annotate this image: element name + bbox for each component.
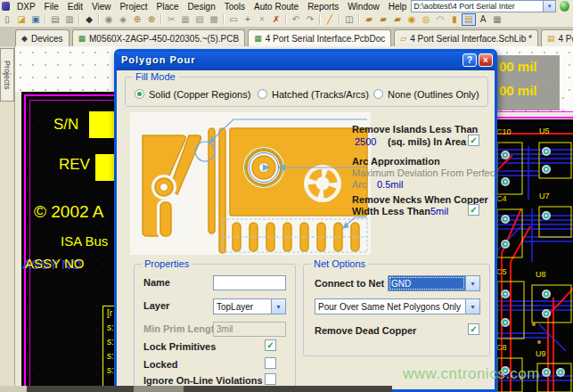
polygon-pour-icon[interactable]: ▤ (462, 13, 476, 26)
dxp-logo-icon (2, 2, 10, 11)
pad-icon[interactable]: ◉ (405, 13, 419, 26)
menu-item-help[interactable]: Help (384, 2, 412, 12)
arc-icon[interactable]: ◠ (433, 13, 447, 26)
menu-item-reports[interactable]: Reports (303, 2, 343, 12)
move-icon[interactable]: + (241, 13, 255, 26)
ref-designator: C5 (496, 267, 507, 276)
menu-item-file[interactable]: File (40, 2, 63, 12)
properties-group: Properties Name Layer TopLayer ▾ Min Pri… (134, 264, 296, 392)
tab-4-port-uart-and-line-drivers[interactable]: ▤4 Port UART and Line Drivers. (541, 29, 573, 46)
print-preview-icon[interactable]: ▥ (62, 13, 77, 26)
pcb-editor-right[interactable]: C10 U5 C4 U7 C5 U8 C8 U9 (495, 119, 573, 392)
string-icon[interactable]: A (476, 13, 490, 26)
remove-necks-value[interactable]: 5mil (430, 206, 448, 216)
connect-to-net-combo[interactable]: GND ▾ (388, 275, 480, 291)
menu-item-design[interactable]: Design (184, 2, 220, 12)
menu-item-auto-route[interactable]: Auto Route (250, 2, 303, 12)
radio-solid[interactable] (135, 89, 144, 99)
locked-checkbox[interactable] (265, 357, 276, 369)
menu-item-window[interactable]: Window (343, 2, 384, 12)
menu-item-place[interactable]: Place (152, 2, 184, 12)
dialog-title: Polygon Pour (121, 54, 461, 65)
help-button[interactable]: ? (462, 53, 477, 67)
layer-combo[interactable]: TopLayer ▾ (213, 298, 286, 314)
find-icon[interactable]: ◫ (342, 13, 356, 26)
arc-approximation-value[interactable]: 0.5mil (377, 179, 403, 190)
interactive-route-icon[interactable]: ▰ (362, 13, 376, 26)
tab-4-port-serial-interface-schlib[interactable]: ▱4 Port Serial Interface.SchLib * (394, 29, 538, 46)
dialog-titlebar[interactable]: Polygon Pour ? × (114, 49, 497, 70)
radio-hatched-label[interactable]: Hatched (Tracks/Arcs) (272, 89, 369, 100)
tab-m0560x-2agp-450-020305-5-pcb[interactable]: ▦M0560X-2AGP-450-020305.~(5).PCB (72, 29, 246, 46)
tab-devices[interactable]: ◆Devices (15, 29, 70, 46)
radio-hatched[interactable] (258, 89, 267, 99)
bottom-edge-strip (0, 386, 392, 392)
altium-pcb-editor-window: { "menubar": { "items": ["DXP","File","E… (0, 0, 573, 392)
ignore-violations-checkbox[interactable] (265, 373, 276, 385)
tab-4-port-serial-interface-pcbdoc[interactable]: ▦4 Port Serial Interface.PcbDoc (248, 29, 391, 46)
radio-none[interactable] (373, 89, 383, 99)
net-options-group: Net Options Connect to Net GND ▾ Pour Ov… (303, 264, 490, 356)
remove-islands-checkbox[interactable]: ✓ (468, 135, 479, 146)
toolbar-separator (160, 14, 162, 25)
menu-item-project[interactable]: Project (115, 2, 151, 12)
paste-array-icon[interactable]: ▩ (207, 13, 221, 26)
print-icon[interactable]: ▤ (48, 13, 62, 26)
radio-none-label[interactable]: None (Outlines Only) (388, 89, 479, 100)
zoom-selection-icon[interactable]: ◈ (116, 13, 130, 26)
menu-item-tools[interactable]: Tools (220, 2, 250, 12)
chevron-down-icon: ▾ (271, 299, 285, 314)
paste-icon[interactable]: ▧ (192, 13, 207, 26)
route-differential-icon[interactable]: ▰ (376, 13, 390, 26)
projects-panel-label: Projects (3, 61, 12, 90)
projects-panel-tab[interactable]: Projects (0, 48, 14, 102)
radio-solid-label[interactable]: Solid (Copper Regions) (149, 89, 250, 100)
remove-islands-value[interactable]: 2500 (355, 136, 376, 147)
watermark: www.cntronics.com (403, 365, 540, 383)
cut-icon[interactable]: ✂ (164, 13, 178, 26)
toolbar: ▯◪▣▤▥◆◉◈⊕⊗✂▦▧▩▭+×✗↶↷╱◫▰▰▰◉◎◠▮▤A▦ (0, 12, 573, 28)
save-icon[interactable]: ▣ (29, 13, 43, 26)
menu-items-container: DXPFileEditViewProjectPlaceDesignToolsAu… (12, 2, 411, 12)
min-prim-label: Min Prim Length (143, 323, 220, 334)
pour-over-combo[interactable]: Pour Over Same Net Polygons Only ▾ (315, 298, 480, 314)
select-area-icon[interactable]: ▭ (226, 13, 241, 26)
open-file-icon[interactable]: ◪ (14, 13, 29, 26)
lock-primitives-checkbox[interactable]: ✓ (265, 339, 276, 351)
clear-filter-icon[interactable]: ✗ (269, 13, 283, 26)
green-orb-icon[interactable] (560, 1, 569, 12)
fill-mode-group: Fill Mode Solid (Copper Regions) Hatched… (125, 77, 488, 107)
wire-icon[interactable]: ╱ (323, 13, 337, 26)
zoom-pointer-icon[interactable]: ⊗ (144, 13, 159, 26)
menu-item-dxp[interactable]: DXP (12, 2, 40, 12)
remove-necks-checkbox[interactable]: ✓ (468, 204, 479, 216)
document-path-combo[interactable]: D:\aobtest\4 Port Serial Inter ▾ (411, 0, 556, 12)
chevron-down-icon[interactable]: ▾ (543, 1, 555, 12)
name-label: Name (143, 277, 170, 288)
name-input[interactable] (213, 275, 286, 290)
remove-islands-suffix: (sq. mils) In Area (388, 136, 466, 147)
menu-item-edit[interactable]: Edit (63, 2, 87, 12)
component-icon[interactable]: ▦ (490, 13, 504, 26)
redo-icon[interactable]: ↷ (303, 13, 317, 26)
copy-icon[interactable]: ▦ (178, 13, 192, 26)
undo-icon[interactable]: ↶ (289, 13, 303, 26)
toolbar-separator (285, 14, 287, 25)
panel-strip: Projects (0, 46, 15, 386)
fill-mode-caption: Fill Mode (133, 71, 178, 82)
fill-icon[interactable]: ▮ (447, 13, 462, 26)
route-multi-icon[interactable]: ▰ (390, 13, 405, 26)
deselect-icon[interactable]: × (255, 13, 269, 26)
document-path-value: D:\aobtest\4 Port Serial Inter (412, 2, 543, 11)
remove-dead-copper-checkbox[interactable]: ✓ (468, 323, 479, 335)
close-button[interactable]: × (479, 53, 493, 67)
via-icon[interactable]: ◎ (419, 13, 433, 26)
arc-approximation-sub: Maximum Deviation From Perfect (352, 167, 497, 178)
menu-item-view[interactable]: View (87, 2, 116, 12)
new-file-icon[interactable]: ▯ (0, 13, 14, 26)
zoom-document-icon[interactable]: ◉ (102, 13, 116, 26)
layer-stack-icon[interactable]: ◆ (82, 13, 96, 26)
zoom-in-icon[interactable]: ⊕ (130, 13, 144, 26)
silkscreen-rev-label: REV (59, 156, 90, 174)
polygon-preview-image (130, 112, 371, 255)
